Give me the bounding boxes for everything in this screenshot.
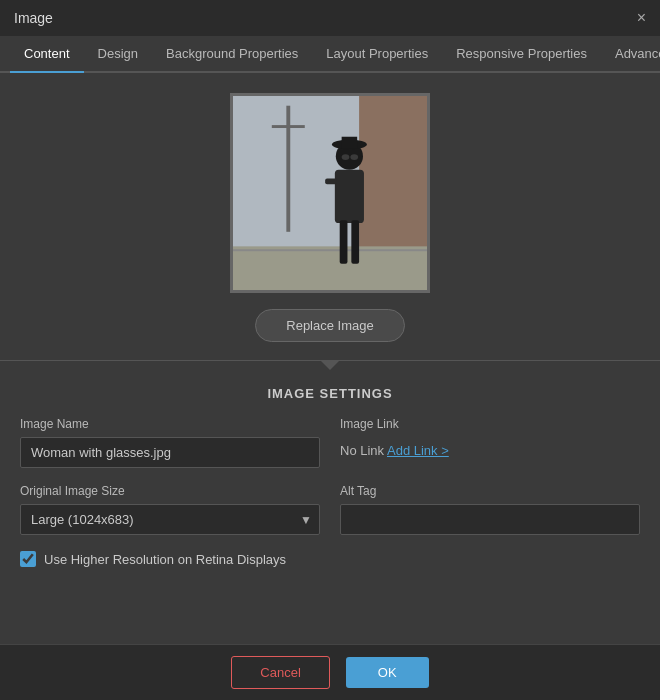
svg-rect-5	[272, 125, 305, 128]
tab-background-properties[interactable]: Background Properties	[152, 36, 312, 71]
tab-layout-properties[interactable]: Layout Properties	[312, 36, 442, 71]
tab-bar: Content Design Background Properties Lay…	[0, 36, 660, 73]
original-size-label: Original Image Size	[20, 484, 320, 498]
window-title: Image	[14, 10, 53, 26]
retina-checkbox[interactable]	[20, 551, 36, 567]
tab-advanced[interactable]: Advanced	[601, 36, 660, 71]
alt-tag-label: Alt Tag	[340, 484, 640, 498]
retina-checkbox-row: Use Higher Resolution on Retina Displays	[20, 551, 640, 567]
svg-rect-9	[335, 170, 364, 223]
image-preview	[230, 93, 430, 293]
section-divider	[0, 360, 660, 370]
image-name-input[interactable]	[20, 437, 320, 468]
svg-rect-8	[342, 137, 358, 149]
svg-rect-11	[351, 220, 359, 264]
svg-rect-14	[325, 178, 337, 184]
image-name-group: Image Name	[20, 417, 320, 468]
svg-rect-10	[340, 220, 348, 264]
tab-design[interactable]: Design	[84, 36, 152, 71]
alt-tag-input[interactable]	[340, 504, 640, 535]
content-area: Replace Image IMAGE SETTINGS Image Name …	[0, 73, 660, 644]
fields-row-2: Original Image Size Large (1024x683) Med…	[20, 484, 640, 535]
original-size-select-wrapper: Large (1024x683) Medium (512x341) Small …	[20, 504, 320, 535]
title-bar: Image ×	[0, 0, 660, 36]
replace-image-button[interactable]: Replace Image	[255, 309, 404, 342]
image-link-group: Image Link No Link Add Link >	[340, 417, 640, 468]
settings-section: IMAGE SETTINGS Image Name Image Link No …	[0, 370, 660, 577]
ok-button[interactable]: OK	[346, 657, 429, 688]
svg-point-13	[350, 154, 358, 160]
image-link-label: Image Link	[340, 417, 640, 431]
original-size-group: Original Image Size Large (1024x683) Med…	[20, 484, 320, 535]
svg-rect-4	[286, 106, 290, 232]
image-name-label: Image Name	[20, 417, 320, 431]
image-link-value: No Link Add Link >	[340, 437, 640, 458]
svg-rect-2	[233, 246, 427, 290]
tab-content[interactable]: Content	[10, 36, 84, 73]
svg-rect-3	[233, 249, 427, 251]
alt-tag-group: Alt Tag	[340, 484, 640, 535]
original-size-select[interactable]: Large (1024x683) Medium (512x341) Small …	[20, 504, 320, 535]
close-button[interactable]: ×	[637, 10, 646, 26]
retina-checkbox-label[interactable]: Use Higher Resolution on Retina Displays	[44, 552, 286, 567]
add-link-button[interactable]: Add Link >	[387, 443, 449, 458]
svg-point-12	[342, 154, 350, 160]
image-dialog: Image × Content Design Background Proper…	[0, 0, 660, 700]
dialog-footer: Cancel OK	[0, 644, 660, 700]
tab-responsive-properties[interactable]: Responsive Properties	[442, 36, 601, 71]
fields-row-1: Image Name Image Link No Link Add Link >	[20, 417, 640, 468]
cancel-button[interactable]: Cancel	[231, 656, 329, 689]
section-title: IMAGE SETTINGS	[20, 386, 640, 401]
